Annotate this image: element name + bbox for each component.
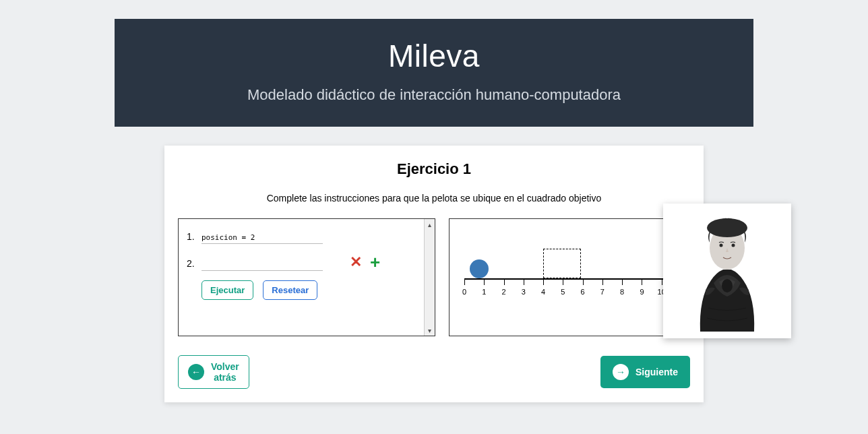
tick-label: 5: [561, 288, 565, 296]
scroll-track[interactable]: [425, 230, 435, 325]
tick: [662, 278, 662, 285]
code-line: 1.: [187, 231, 427, 244]
next-button-label: Siguiente: [636, 367, 678, 377]
reset-button[interactable]: Resetear: [263, 280, 317, 300]
exercise-instruction: Complete las instrucciones para que la p…: [178, 193, 690, 204]
code-panel: 1. 2. ✕ + Ejecutar Resetear ▴: [178, 218, 435, 336]
tick: [464, 278, 465, 285]
tick-label: 2: [501, 288, 505, 296]
tick: [602, 278, 603, 285]
code-lines: 1. 2. ✕ +: [187, 231, 427, 271]
scrollbar[interactable]: ▴ ▾: [424, 219, 435, 336]
back-button-label: Volver atrás: [211, 361, 239, 383]
arrow-left-icon: ←: [188, 364, 204, 380]
execute-button[interactable]: Ejecutar: [202, 280, 253, 300]
ball: [470, 259, 489, 278]
portrait-image: [663, 204, 791, 338]
tick-label: 9: [640, 288, 644, 296]
code-input-2[interactable]: [202, 259, 323, 271]
tick: [642, 278, 642, 285]
remove-line-icon[interactable]: ✕: [350, 253, 362, 271]
line-number: 2.: [187, 258, 202, 269]
panels-row: 1. 2. ✕ + Ejecutar Resetear ▴: [178, 218, 690, 336]
code-line: 2. ✕ +: [187, 253, 427, 271]
tick: [524, 278, 524, 285]
svg-point-3: [732, 244, 735, 247]
exercise-card: Ejercicio 1 Complete las instrucciones p…: [164, 146, 704, 402]
back-line1: Volver: [211, 361, 239, 372]
exercise-title: Ejercicio 1: [178, 160, 690, 178]
app-header: Mileva Modelado didáctico de interacción…: [115, 19, 753, 127]
tick-label: 1: [482, 288, 486, 296]
svg-point-2: [720, 244, 723, 247]
tick: [622, 278, 623, 285]
app-title: Mileva: [128, 38, 740, 74]
nav-row: ← Volver atrás → Siguiente: [178, 355, 690, 389]
tick: [583, 278, 584, 285]
tick-label: 3: [522, 288, 526, 296]
number-line: 01234567891011: [464, 278, 681, 280]
target-box: [543, 249, 581, 278]
back-button[interactable]: ← Volver atrás: [178, 355, 249, 389]
tick-label: 0: [462, 288, 466, 296]
line-number: 1.: [187, 231, 202, 242]
next-button[interactable]: → Siguiente: [600, 356, 690, 388]
tick-label: 8: [620, 288, 624, 296]
app-subtitle: Modelado didáctico de interacción humano…: [128, 86, 740, 104]
tick-label: 4: [541, 288, 545, 296]
tick-label: 6: [581, 288, 585, 296]
tick: [504, 278, 505, 285]
tick-label: 7: [600, 288, 604, 296]
tick: [484, 278, 485, 285]
tick: [543, 278, 544, 285]
svg-point-4: [722, 279, 733, 292]
add-line-icon[interactable]: +: [370, 253, 380, 271]
visualization-panel: 01234567891011: [449, 218, 690, 336]
tick: [563, 278, 563, 285]
svg-point-1: [707, 218, 747, 237]
arrow-right-icon: →: [613, 364, 629, 380]
back-line2: atrás: [214, 372, 236, 383]
chevron-up-icon[interactable]: ▴: [425, 219, 435, 230]
chevron-down-icon[interactable]: ▾: [425, 325, 435, 336]
code-input-1[interactable]: [202, 232, 323, 244]
